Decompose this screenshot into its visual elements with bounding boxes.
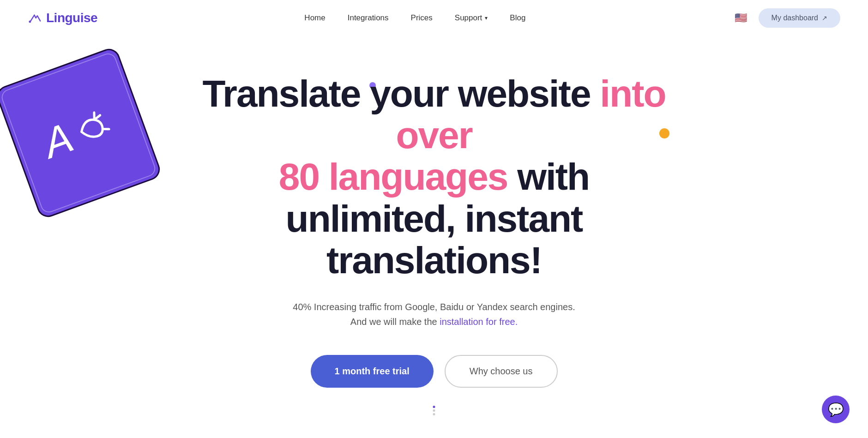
- hero-subtitle: 40% Increasing traffic from Google, Baid…: [293, 300, 575, 329]
- translate-symbol: A: [38, 101, 119, 164]
- chat-icon: 💬: [828, 402, 844, 417]
- hero-subtitle-link[interactable]: installation for free.: [440, 317, 518, 327]
- dashboard-button[interactable]: My dashboard ↗: [759, 8, 840, 28]
- chat-bubble[interactable]: 💬: [822, 396, 850, 423]
- svg-point-1: [29, 21, 31, 23]
- scroll-dot-1: [433, 406, 435, 408]
- why-choose-us-button[interactable]: Why choose us: [445, 355, 558, 388]
- hero-title-line2: 80 languages with: [180, 156, 688, 198]
- svg-line-2: [92, 113, 96, 120]
- svg-rect-0: [28, 11, 42, 25]
- cta-buttons: 1 month free trial Why choose us: [311, 355, 558, 388]
- scroll-dot-3: [433, 413, 435, 415]
- navbar: Linguise Home Integrations Prices Suppor…: [0, 0, 868, 36]
- logo[interactable]: Linguise: [28, 11, 97, 25]
- language-flag[interactable]: 🇺🇸: [733, 10, 749, 26]
- hero-title-line1: Translate your website into over: [180, 73, 688, 156]
- scroll-indicator: [433, 406, 435, 415]
- hero-title: Translate your website into over 80 lang…: [180, 73, 688, 281]
- hero-subtitle-line1: 40% Increasing traffic from Google, Baid…: [293, 300, 575, 314]
- translate-arrows-icon: [66, 101, 119, 154]
- nav-blog[interactable]: Blog: [510, 13, 525, 23]
- external-link-icon: ↗: [822, 14, 827, 22]
- nav-home[interactable]: Home: [304, 13, 325, 23]
- translate-card: A: [0, 46, 163, 220]
- scroll-dot-2: [433, 409, 435, 412]
- nav-right: 🇺🇸 My dashboard ↗: [733, 8, 840, 28]
- hero-title-line3: unlimited, instant translations!: [180, 198, 688, 281]
- nav-links: Home Integrations Prices Support ▾ Blog: [304, 13, 525, 23]
- hero-subtitle-line2: And we will make the installation for fr…: [293, 314, 575, 329]
- chevron-down-icon: ▾: [485, 15, 488, 21]
- logo-icon: [28, 11, 42, 25]
- scroll-dots: [433, 406, 435, 415]
- hero-title-text1: Translate your website: [202, 72, 600, 114]
- hero-title-80: 80 languages: [279, 156, 508, 198]
- nav-prices[interactable]: Prices: [411, 13, 433, 23]
- nav-integrations[interactable]: Integrations: [348, 13, 389, 23]
- hero-title-with: with: [507, 156, 589, 198]
- logo-text: Linguise: [46, 11, 97, 25]
- hero-section: A Translate your website into over 80 la…: [0, 36, 868, 425]
- translate-icon-wrapper: A: [14, 64, 143, 202]
- free-trial-button[interactable]: 1 month free trial: [311, 355, 434, 388]
- nav-support[interactable]: Support ▾: [455, 13, 488, 23]
